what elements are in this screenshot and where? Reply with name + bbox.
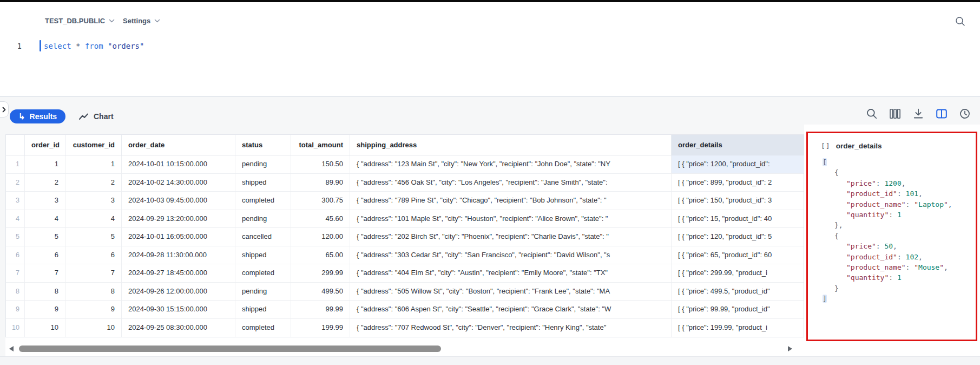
row-number-cell[interactable]: 3 <box>6 192 25 210</box>
order-date-cell[interactable]: 2024-09-26 12:00:00.000 <box>122 283 235 301</box>
tab-results[interactable]: ↳ Results <box>10 109 65 123</box>
column-header-row-number[interactable] <box>6 135 25 155</box>
shipping-address-cell[interactable]: { "address": "505 Willow St", "city": "B… <box>350 283 672 301</box>
order-date-cell[interactable]: 2024-09-25 08:30:00.000 <box>122 319 235 337</box>
order-id-cell[interactable]: 6 <box>25 246 65 264</box>
column-header-order-date[interactable]: order_date <box>122 135 235 155</box>
column-header-total-amount[interactable]: total_amount <box>291 135 350 155</box>
order-details-cell[interactable]: [ { "price": 99.99, "product_id" <box>672 301 805 318</box>
search-results-icon[interactable] <box>866 108 878 120</box>
customer-id-cell[interactable]: 6 <box>65 246 122 264</box>
column-header-shipping-address[interactable]: shipping_address <box>350 135 672 155</box>
order-details-cell[interactable]: [ { "price": 15, "product_id": 40 <box>672 210 805 228</box>
json-viewer[interactable]: [{"price": 1200,"product_id": 101,"produ… <box>823 157 976 304</box>
row-number-cell[interactable]: 7 <box>6 264 25 282</box>
settings-selector[interactable]: Settings <box>123 15 160 27</box>
status-cell[interactable]: cancelled <box>235 228 291 246</box>
table-row[interactable]: 6662024-09-28 11:30:00.000shipped65.00{ … <box>6 246 804 265</box>
order-date-cell[interactable]: 2024-09-27 18:45:00.000 <box>122 264 235 282</box>
row-number-cell[interactable]: 4 <box>6 210 25 228</box>
columns-icon[interactable] <box>889 108 901 120</box>
status-cell[interactable]: completed <box>235 319 291 337</box>
search-icon[interactable] <box>955 16 966 28</box>
scroll-left-arrow[interactable] <box>9 346 14 351</box>
status-cell[interactable]: completed <box>235 264 291 282</box>
row-number-cell[interactable]: 8 <box>6 283 25 301</box>
total-amount-cell[interactable]: 120.00 <box>291 228 350 246</box>
status-cell[interactable]: pending <box>235 155 291 173</box>
order-details-cell[interactable]: [ { "price": 120, "product_id": 5 <box>672 228 805 246</box>
customer-id-cell[interactable]: 10 <box>65 319 122 337</box>
status-cell[interactable]: pending <box>235 283 291 301</box>
table-row[interactable]: 1112024-10-01 10:15:00.000pending150.50{… <box>6 155 804 174</box>
column-header-order-details[interactable]: order_details <box>672 135 805 155</box>
column-header-customer-id[interactable]: customer_id <box>65 135 122 155</box>
shipping-address-cell[interactable]: { "address": "202 Birch St", "city": "Ph… <box>350 228 672 246</box>
total-amount-cell[interactable]: 499.50 <box>291 283 350 301</box>
status-cell[interactable]: shipped <box>235 174 291 192</box>
order-id-cell[interactable]: 4 <box>25 210 65 228</box>
shipping-address-cell[interactable]: { "address": "404 Elm St", "city": "Aust… <box>350 264 672 282</box>
sql-line[interactable]: select * from "orders" <box>44 40 144 52</box>
row-number-cell[interactable]: 2 <box>6 174 25 192</box>
order-details-cell[interactable]: [ { "price": 150, "product_id": 3 <box>672 192 805 210</box>
database-selector[interactable]: TEST_DB.PUBLIC <box>45 15 115 27</box>
shipping-address-cell[interactable]: { "address": "123 Main St", "city": "New… <box>350 155 672 173</box>
status-cell[interactable]: completed <box>235 192 291 210</box>
table-row[interactable]: 1010102024-09-25 08:30:00.000completed19… <box>6 319 804 337</box>
order-id-cell[interactable]: 10 <box>25 319 65 337</box>
order-date-cell[interactable]: 2024-09-29 13:20:00.000 <box>122 210 235 228</box>
customer-id-cell[interactable]: 7 <box>65 264 122 282</box>
order-id-cell[interactable]: 2 <box>25 174 65 192</box>
order-details-cell[interactable]: [ { "price": 199.99, "product_i <box>672 319 805 337</box>
order-id-cell[interactable]: 1 <box>25 155 65 173</box>
column-header-order-id[interactable]: order_id <box>25 135 65 155</box>
row-number-cell[interactable]: 9 <box>6 301 25 318</box>
order-date-cell[interactable]: 2024-09-28 11:30:00.000 <box>122 246 235 264</box>
row-number-cell[interactable]: 1 <box>6 155 25 173</box>
order-date-cell[interactable]: 2024-10-02 14:30:00.000 <box>122 174 235 192</box>
customer-id-cell[interactable]: 1 <box>65 155 122 173</box>
table-row[interactable]: 5552024-10-01 16:05:00.000cancelled120.0… <box>6 228 804 246</box>
status-cell[interactable]: pending <box>235 210 291 228</box>
total-amount-cell[interactable]: 45.60 <box>291 210 350 228</box>
order-details-cell[interactable]: [ { "price": 299.99, "product_i <box>672 264 805 282</box>
order-details-cell[interactable]: [ { "price": 65, "product_id": 60 <box>672 246 805 264</box>
order-id-cell[interactable]: 9 <box>25 301 65 318</box>
total-amount-cell[interactable]: 99.99 <box>291 301 350 318</box>
status-cell[interactable]: shipped <box>235 301 291 318</box>
order-id-cell[interactable]: 3 <box>25 192 65 210</box>
table-row[interactable]: 4442024-09-29 13:20:00.000pending45.60{ … <box>6 210 804 229</box>
table-row[interactable]: 8882024-09-26 12:00:00.000pending499.50{… <box>6 283 804 301</box>
table-row[interactable]: 3332024-10-03 09:45:00.000completed300.7… <box>6 192 804 210</box>
order-date-cell[interactable]: 2024-09-30 15:15:00.000 <box>122 301 235 318</box>
table-row[interactable]: 2222024-10-02 14:30:00.000shipped89.90{ … <box>6 174 804 192</box>
customer-id-cell[interactable]: 2 <box>65 174 122 192</box>
shipping-address-cell[interactable]: { "address": "606 Aspen St", "city": "Se… <box>350 301 672 318</box>
customer-id-cell[interactable]: 9 <box>65 301 122 318</box>
total-amount-cell[interactable]: 89.90 <box>291 174 350 192</box>
order-id-cell[interactable]: 8 <box>25 283 65 301</box>
order-details-cell[interactable]: [ { "price": 1200, "product_id": <box>672 155 805 173</box>
customer-id-cell[interactable]: 5 <box>65 228 122 246</box>
tab-chart[interactable]: Chart <box>78 109 114 123</box>
history-clock-icon[interactable] <box>959 108 971 120</box>
total-amount-cell[interactable]: 65.00 <box>291 246 350 264</box>
scroll-right-arrow[interactable] <box>788 346 792 351</box>
total-amount-cell[interactable]: 150.50 <box>291 155 350 173</box>
order-date-cell[interactable]: 2024-10-03 09:45:00.000 <box>122 192 235 210</box>
split-view-icon[interactable] <box>936 108 948 120</box>
customer-id-cell[interactable]: 4 <box>65 210 122 228</box>
total-amount-cell[interactable]: 300.75 <box>291 192 350 210</box>
shipping-address-cell[interactable]: { "address": "456 Oak St", "city": "Los … <box>350 174 672 192</box>
column-header-status[interactable]: status <box>235 135 291 155</box>
total-amount-cell[interactable]: 199.99 <box>291 319 350 337</box>
order-id-cell[interactable]: 5 <box>25 228 65 246</box>
customer-id-cell[interactable]: 3 <box>65 192 122 210</box>
order-details-cell[interactable]: [ { "price": 899, "product_id": 2 <box>672 174 805 192</box>
shipping-address-cell[interactable]: { "address": "707 Redwood St", "city": "… <box>350 319 672 337</box>
order-date-cell[interactable]: 2024-10-01 10:15:00.000 <box>122 155 235 173</box>
table-row[interactable]: 9992024-09-30 15:15:00.000shipped99.99{ … <box>6 301 804 319</box>
horizontal-scrollbar-thumb[interactable] <box>19 346 441 352</box>
order-id-cell[interactable]: 7 <box>25 264 65 282</box>
